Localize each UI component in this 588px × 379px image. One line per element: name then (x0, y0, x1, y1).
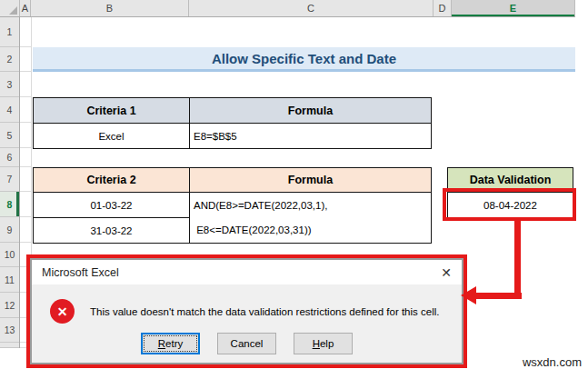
gridline-cell-a3 (20, 72, 32, 97)
row-header-6[interactable]: 6 (0, 148, 19, 167)
page-title[interactable]: Allow Specific Text and Date (33, 47, 575, 72)
cancel-button[interactable]: Cancel (217, 333, 276, 354)
criteria2-header-cell[interactable]: Criteria 2 (34, 168, 190, 193)
row-header-9[interactable]: 9 (0, 217, 19, 243)
retry-button[interactable]: Retry (141, 333, 200, 354)
red-highlight-box (443, 188, 576, 221)
row-header-4[interactable]: 4 (0, 97, 19, 123)
gridline-cell-a8 (20, 192, 32, 217)
gridline-cell-a5 (20, 123, 32, 148)
criteria1-header-cell[interactable]: Criteria 1 (34, 98, 190, 124)
gridline-cell-a1 (20, 17, 32, 47)
select-all-corner[interactable] (0, 0, 20, 16)
dialog-titlebar[interactable]: Microsoft Excel ✕ (32, 260, 462, 284)
criteria1-formula-header-cell[interactable]: Formula (190, 98, 432, 124)
gridline-cell-a7 (20, 167, 32, 192)
excel-screenshot: A B C D E 12345678910111213 Allow Specif… (0, 0, 588, 379)
row-header-13[interactable]: 13 (0, 318, 19, 343)
row-header-2[interactable]: 2 (0, 47, 19, 72)
column-header-c[interactable]: C (189, 0, 434, 16)
column-header-bar: A B C D E (0, 0, 575, 17)
criteria2-value1-cell[interactable]: 01-03-22 (34, 193, 190, 218)
dialog-title: Microsoft Excel (42, 266, 119, 279)
gridline-cell-a2 (20, 47, 32, 72)
row-header-12[interactable]: 12 (0, 293, 19, 318)
gridline-cell-a9 (20, 217, 32, 243)
row-header-partial (0, 343, 19, 348)
row-header-5[interactable]: 5 (0, 123, 19, 148)
criteria1-formula-cell[interactable]: E8=$B$5 (190, 124, 432, 149)
row-header-bar: 12345678910111213 (0, 17, 20, 348)
dialog-body: ✕ This value doesn't match the data vali… (32, 284, 462, 363)
dialog-message: This value doesn't match the data valida… (90, 306, 439, 317)
error-dialog: Microsoft Excel ✕ ✕ This value doesn't m… (30, 258, 463, 364)
dialog-button-row: Retry Cancel Help (32, 333, 462, 363)
criteria1-value-cell[interactable]: Excel (34, 124, 190, 149)
dialog-red-annotation: Microsoft Excel ✕ ✕ This value doesn't m… (26, 254, 467, 368)
close-icon[interactable]: ✕ (431, 260, 462, 284)
column-header-b[interactable]: B (31, 0, 189, 16)
red-arrow-vertical-line (514, 219, 521, 299)
criteria2-formula-header-cell[interactable]: Formula (190, 168, 432, 193)
row-header-3[interactable]: 3 (0, 72, 19, 97)
criteria1-table: Criteria 1 Formula Excel E8=$B$5 (33, 97, 432, 149)
criteria2-table: Criteria 2 Formula 01-03-22 AND(E8>=DATE… (33, 167, 432, 244)
gridline-cell-a4 (20, 97, 32, 123)
red-arrow-horizontal-line (475, 293, 522, 299)
row-header-10[interactable]: 10 (0, 243, 19, 267)
red-arrow-head-icon (461, 286, 476, 304)
gridline-cell-a6 (20, 148, 32, 167)
column-header-d[interactable]: D (434, 0, 452, 16)
help-button[interactable]: Help (294, 333, 353, 354)
row-header-1[interactable]: 1 (0, 17, 19, 47)
criteria2-formula-cell[interactable]: AND(E8>=DATE(2022,03,1), E8<=DATE(2022,0… (190, 193, 432, 244)
criteria2-value2-cell[interactable]: 31-03-22 (34, 218, 190, 244)
select-all-triangle-icon (9, 6, 17, 15)
row-header-8[interactable]: 8 (0, 192, 19, 217)
error-icon: ✕ (50, 299, 75, 324)
row-header-11[interactable]: 11 (0, 267, 19, 293)
row-header-7[interactable]: 7 (0, 167, 19, 192)
column-header-e-selected[interactable]: E (452, 0, 575, 16)
column-header-a[interactable]: A (20, 0, 31, 16)
watermark: wsxdn.com (523, 355, 582, 369)
